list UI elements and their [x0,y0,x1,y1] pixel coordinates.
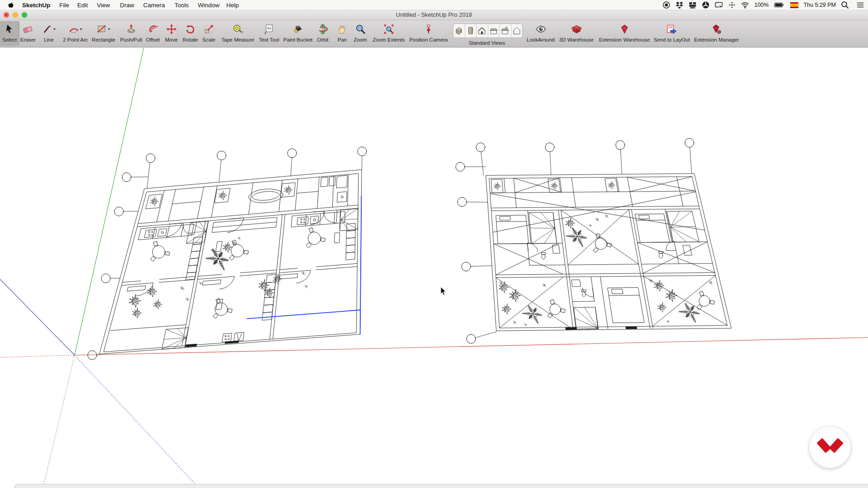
standard-views-label: Standard Views [469,40,505,46]
tool-label-select: Select [2,37,17,42]
window-title-bar[interactable]: Untitled - SketchUp Pro 2018 [0,10,868,20]
menu-item-tools[interactable]: Tools [175,2,189,9]
zoomext-icon [383,21,394,37]
tool-line[interactable]: Line [42,21,56,46]
drawing-canvas[interactable] [0,47,868,488]
tool-label-orbit: Orbit [317,37,329,42]
move-icon [166,21,177,37]
view-right-button[interactable] [488,24,500,38]
view-front-button[interactable] [476,24,488,38]
select-icon [4,21,15,37]
display-mirroring-icon[interactable] [715,1,723,9]
tool-extmgr[interactable]: Extension Manager [694,21,739,46]
main-toolbar: Standard Views SelectEraserLine2 Point A… [0,20,868,47]
tool-label-lookaround: LookAround [527,37,555,42]
paint-icon [292,21,303,37]
wifi-icon[interactable] [741,1,749,9]
tool-pan[interactable]: Pan [337,21,348,46]
selected-edge [247,310,360,319]
menu-bar: SketchUpFileEditViewDrawCameraToolsWindo… [0,0,868,10]
extmgr-icon [711,21,722,37]
wh3d-icon [571,21,582,37]
tool-paint[interactable]: Paint Bucket [283,21,313,46]
tool-scale[interactable]: Scale [203,21,216,46]
tool-zoomext[interactable]: Zoom Extents [373,21,405,46]
tool-label-extmgr: Extension Manager [694,37,739,42]
tool-poscam[interactable]: Position Camera [409,21,448,46]
tool-label-arc2pt: 2 Point Arc [63,37,88,42]
offset-icon [147,21,159,37]
tool-move[interactable]: Move [165,21,178,46]
keyboard-flag-icon[interactable]: ISO [790,2,798,8]
view-top-button[interactable] [465,24,477,38]
tool-label-paint: Paint Bucket [283,37,313,42]
orbit-icon [317,21,329,37]
menu-item-view[interactable]: View [97,2,110,9]
menu-item-sketchup[interactable]: SketchUp [22,2,50,9]
lookaround-icon [535,21,547,37]
tool-tape[interactable]: Tape Measure [222,21,255,46]
tool-rotate[interactable]: Rotate [183,21,198,46]
tool-extwh[interactable]: Extension Warehouse [599,21,650,46]
dropbox-icon[interactable] [675,1,684,9]
model-scene [0,47,868,488]
tool-select[interactable]: Select [0,21,19,46]
status-icons [662,1,749,9]
zoom-icon [355,21,366,37]
tool-sendlayout[interactable]: Send to LayOut [654,21,690,46]
tool-lookaround[interactable]: LookAround [527,21,555,46]
battery-percent: 100% [754,2,769,8]
upper-floor-plan [456,138,731,343]
tool-zoom[interactable]: Zoom [354,21,367,46]
view-iso-button[interactable] [453,24,465,38]
menu-item-file[interactable]: File [59,2,69,9]
tool-label-tape: Tape Measure [222,37,255,42]
notification-list-icon[interactable] [856,1,864,9]
tool-text[interactable]: A1Text Tool [259,21,279,46]
selected-edge [360,196,362,334]
tool-label-poscam: Position Camera [409,37,448,42]
tool-rectangle[interactable]: Rectangle [92,21,115,46]
tool-label-zoom: Zoom [354,37,367,42]
tool-eraser[interactable]: Eraser [20,21,36,46]
rotate-icon [184,21,196,37]
tool-label-pan: Pan [338,37,347,42]
line-icon [42,21,56,37]
view-left-button[interactable] [511,24,523,38]
extwh-icon [619,21,630,37]
menu-item-draw[interactable]: Draw [120,2,134,9]
screen-record-icon[interactable] [662,1,670,9]
pushpull-icon [126,21,137,37]
text-icon: A1 [264,21,275,37]
apple-menu[interactable] [7,1,14,9]
arc2pt-icon [69,21,83,37]
battery-icon [774,1,785,9]
menu-item-camera[interactable]: Camera [143,2,165,9]
tool-arc2pt[interactable]: 2 Point Arc [63,21,88,46]
stacks-icon[interactable] [689,1,697,9]
rectangle-icon [96,21,110,37]
tool-pushpull[interactable]: Push/Pull [120,21,142,46]
menu-items: SketchUpFileEditViewDrawCameraToolsWindo… [14,2,239,9]
pointer-sparkle-icon[interactable] [728,1,736,9]
view-back-button[interactable] [500,24,511,38]
tool-orbit[interactable]: Orbit [317,21,329,46]
spotlight-icon[interactable] [841,1,849,9]
tool-label-sendlayout: Send to LayOut [654,37,690,42]
menu-item-help[interactable]: Help [226,2,239,9]
svg-text:A1: A1 [267,26,272,30]
tool-wh3d[interactable]: 3D Warehouse [559,21,594,46]
tape-icon [232,21,244,37]
fan-icon[interactable] [702,1,710,9]
red-v-logo-icon [816,433,844,462]
tool-label-wh3d: 3D Warehouse [559,37,594,42]
red-v-button[interactable] [809,427,851,468]
menu-clock[interactable]: Thu 5:29 PM [803,2,836,8]
tool-label-text: Text Tool [259,37,279,42]
trailing-status-icons [841,1,864,9]
menu-item-window[interactable]: Window [198,2,219,9]
tool-label-line: Line [44,37,54,42]
menu-item-edit[interactable]: Edit [77,2,88,9]
tool-offset[interactable]: Offset [146,21,160,46]
scale-icon [203,21,215,37]
